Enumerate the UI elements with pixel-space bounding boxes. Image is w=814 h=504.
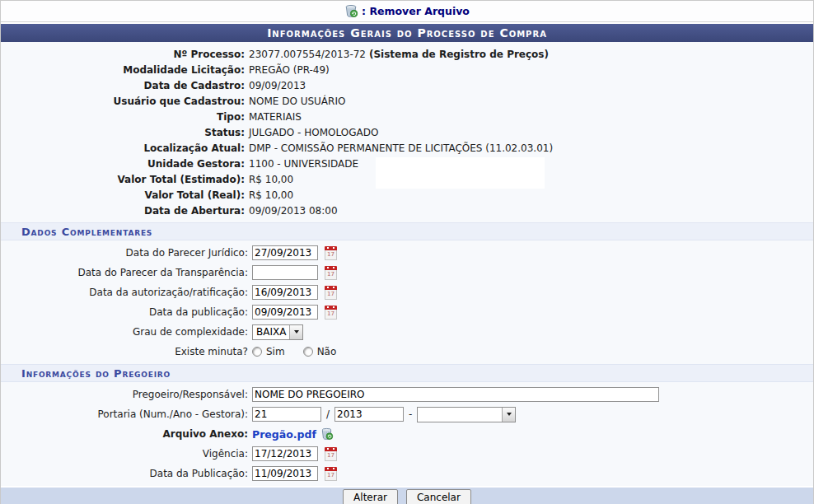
row-vigencia: Vigência: 17 — [1, 444, 813, 464]
responsavel-input[interactable] — [252, 387, 659, 402]
calendar-icon-header — [325, 467, 337, 471]
info-label: Tipo: — [1, 110, 245, 125]
info-row-data-abertura: Data de Abertura: 09/09/2013 08:00 — [1, 203, 813, 219]
info-row-valor-real: Valor Total (Real): R$ 10,00 — [1, 188, 813, 203]
portaria-gestora-select[interactable] — [417, 407, 516, 422]
info-value: MATERIAIS — [249, 110, 302, 125]
remove-file-icon[interactable] — [320, 427, 334, 441]
info-label: Usuário que Cadastrou: — [1, 94, 245, 110]
info-panel: Nº Processo: 23077.007554/2013-72 (Siste… — [1, 42, 813, 222]
info-label: Modalidade Licitação: — [1, 63, 245, 78]
info-row-status: Status: JULGADO - HOMOLOGADO — [1, 125, 813, 141]
row-complexidade: Grau de complexidade: BAIXA — [1, 322, 813, 342]
field-label: Data da Publicação: — [1, 468, 248, 479]
portaria-separator: / — [326, 408, 330, 420]
calendar-icon-day: 17 — [325, 270, 337, 280]
calendar-icon-header — [325, 266, 337, 270]
calendar-icon[interactable]: 17 — [325, 467, 337, 481]
field-label: Arquivo Anexo: — [1, 428, 248, 440]
calendar-icon-header — [325, 447, 337, 451]
info-label: Data de Abertura: — [1, 203, 245, 219]
info-row-processo: Nº Processo: 23077.007554/2013-72 (Siste… — [1, 47, 813, 63]
field-label: Data do Parecer da Transparência: — [1, 267, 248, 278]
row-autorizacao: Data da autorização/ratificação: 17 — [1, 282, 813, 302]
info-value: R$ 10,00 — [249, 172, 293, 188]
info-label: Valor Total (Estimado): — [1, 172, 245, 188]
calendar-icon-day: 17 — [325, 250, 337, 260]
legend-bar: : Remover Arquivo — [1, 1, 813, 22]
info-row-usuario: Usuário que Cadastrou: NOME DO USUÁRIO — [1, 94, 813, 110]
calendar-icon-day: 17 — [325, 310, 337, 320]
info-value: 1100 - UNIVERSIDADE — [249, 156, 358, 172]
existe-minuta-nao-radio[interactable] — [303, 347, 313, 357]
vigencia-input[interactable] — [252, 446, 318, 461]
portaria-separator: - — [409, 408, 412, 420]
section-header-dados-complementares: Dados Complementares — [1, 222, 813, 240]
row-arquivo-anexo: Arquivo Anexo: Pregão.pdf — [1, 424, 813, 444]
pregao-pdf-link[interactable]: Pregão.pdf — [252, 428, 316, 441]
info-value-suffix: (Sistema de Registro de Preços) — [369, 47, 549, 63]
recycle-bin-icon — [344, 4, 358, 18]
info-label: Status: — [1, 125, 245, 141]
parecer-juridico-input[interactable] — [252, 245, 318, 260]
legend-label: : Remover Arquivo — [362, 5, 470, 17]
calendar-icon[interactable]: 17 — [325, 266, 337, 280]
field-label: Data da autorização/ratificação: — [1, 287, 248, 298]
chevron-down-icon — [502, 408, 515, 422]
calendar-icon-header — [325, 286, 337, 290]
field-label: Portaria (Num./Ano - Gestora): — [1, 408, 248, 420]
section-header-label: Dados Complementares — [21, 226, 152, 238]
field-label: Grau de complexidade: — [1, 326, 248, 338]
field-label: Data do Parecer Jurídico: — [1, 247, 248, 259]
row-data-publicacao: Data da Publicação: 17 — [1, 464, 813, 483]
calendar-icon-header — [325, 246, 337, 250]
info-value: 23077.007554/2013-72 — [249, 47, 366, 63]
chevron-down-icon — [289, 325, 302, 339]
existe-minuta-nao-group: Não — [303, 346, 337, 357]
publicacao-input[interactable] — [252, 305, 318, 320]
page-title: Informações Gerais do Processo de Compra — [267, 26, 547, 40]
section-header-pregoeiro: Informações do Pregoeiro — [1, 364, 813, 382]
portaria-num-input[interactable] — [252, 407, 321, 422]
calendar-icon[interactable]: 17 — [325, 246, 337, 260]
complexidade-select[interactable]: BAIXA — [252, 324, 303, 340]
existe-minuta-sim-group: Sim — [252, 346, 285, 357]
complexidade-selected-value: BAIXA — [253, 325, 289, 339]
calendar-icon-day: 17 — [325, 471, 337, 481]
page-title-bar: Informações Gerais do Processo de Compra — [1, 24, 813, 42]
info-value: NOME DO USUÁRIO — [249, 94, 345, 110]
footer-bar: Alterar Cancelar — [1, 488, 813, 504]
redaction-overlay — [376, 157, 545, 189]
info-value: 09/09/2013 — [249, 78, 306, 94]
calendar-icon-day: 17 — [325, 290, 337, 300]
alterar-button[interactable]: Alterar — [343, 489, 398, 504]
info-value: JULGADO - HOMOLOGADO — [249, 125, 378, 141]
autorizacao-input[interactable] — [252, 285, 318, 300]
process-info-page: : Remover Arquivo Informações Gerais do … — [0, 0, 814, 504]
row-responsavel: Pregoeiro/Responsável: — [1, 385, 813, 404]
row-portaria: Portaria (Num./Ano - Gestora): / - — [1, 404, 813, 424]
row-parecer-juridico: Data do Parecer Jurídico: 17 — [1, 243, 813, 263]
info-row-modalidade: Modalidade Licitação: PREGÃO (PR-49) — [1, 63, 813, 78]
info-row-tipo: Tipo: MATERIAIS — [1, 110, 813, 125]
row-publicacao: Data da publicação: 17 — [1, 302, 813, 322]
info-label: Valor Total (Real): — [1, 188, 245, 203]
field-label: Pregoeiro/Responsável: — [1, 389, 248, 400]
calendar-icon[interactable]: 17 — [325, 447, 337, 461]
cancelar-button[interactable]: Cancelar — [406, 489, 471, 504]
portaria-ano-input[interactable] — [334, 407, 404, 422]
info-row-localizacao: Localização Atual: DMP - COMISSÃO PERMAN… — [1, 141, 813, 156]
parecer-transparencia-input[interactable] — [252, 265, 318, 280]
info-value: 09/09/2013 08:00 — [249, 203, 338, 219]
info-row-data-cadastro: Data de Cadastro: 09/09/2013 — [1, 78, 813, 94]
existe-minuta-sim-radio[interactable] — [252, 347, 262, 357]
calendar-icon-day: 17 — [325, 451, 337, 461]
data-publicacao-input[interactable] — [252, 466, 318, 481]
calendar-icon[interactable]: 17 — [325, 306, 337, 320]
info-label: Data de Cadastro: — [1, 78, 245, 94]
info-value: R$ 10,00 — [249, 188, 293, 203]
existe-minuta-nao-label: Não — [317, 346, 337, 357]
section-header-label: Informações do Pregoeiro — [21, 367, 171, 380]
info-value: PREGÃO (PR-49) — [249, 63, 330, 78]
calendar-icon[interactable]: 17 — [325, 286, 337, 300]
